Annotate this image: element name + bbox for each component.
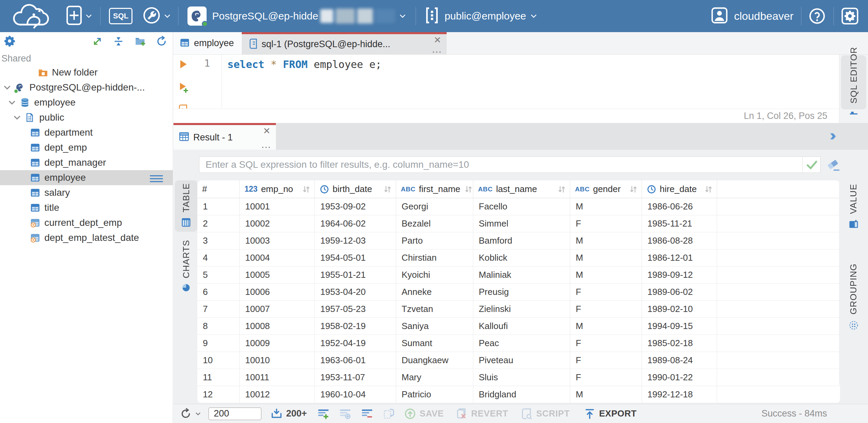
- data-cell[interactable]: 1955-01-21: [315, 267, 396, 283]
- tree-item-employee[interactable]: employee: [0, 95, 173, 110]
- tab-sql-editor-panel[interactable]: SQL EDITOR: [841, 55, 866, 109]
- data-cell[interactable]: 1986-08-28: [642, 232, 717, 249]
- item-menu-icon[interactable]: [150, 174, 163, 185]
- new-folder-icon[interactable]: [134, 36, 146, 49]
- delete-row-button[interactable]: [361, 408, 373, 420]
- data-cell[interactable]: Parto: [396, 232, 473, 249]
- data-cell[interactable]: 10009: [240, 335, 315, 352]
- tab-more-icon[interactable]: …: [432, 43, 442, 55]
- tree-item-dept-manager[interactable]: dept_manager: [0, 155, 173, 170]
- refresh-tree-icon[interactable]: [156, 36, 167, 49]
- revert-button[interactable]: REVERT: [456, 408, 508, 420]
- data-cell[interactable]: M: [570, 232, 642, 249]
- save-button[interactable]: SAVE: [404, 408, 444, 420]
- row-index-cell[interactable]: 6: [197, 284, 240, 300]
- data-cell[interactable]: Simmel: [473, 215, 570, 232]
- chevron-down-icon[interactable]: [3, 85, 15, 90]
- sql-editor-area[interactable]: select * FROM employee e;: [227, 55, 837, 109]
- tree-item-dept-emp-latest-date[interactable]: dept_emp_latest_date: [0, 230, 173, 245]
- sidebar-settings-icon[interactable]: [3, 35, 16, 49]
- sort-icon[interactable]: [302, 185, 311, 194]
- data-cell[interactable]: 1989-06-02: [642, 284, 717, 300]
- data-cell[interactable]: 1989-08-24: [642, 352, 717, 369]
- tree-item-employee[interactable]: employee: [0, 170, 173, 185]
- data-cell[interactable]: 1989-02-10: [642, 301, 717, 317]
- data-cell[interactable]: M: [570, 198, 642, 215]
- tree-item-new-folder[interactable]: New folder: [0, 65, 173, 80]
- sort-icon[interactable]: [383, 185, 392, 194]
- data-cell[interactable]: Peac: [473, 335, 570, 352]
- schema-selector[interactable]: public@employee: [424, 6, 537, 26]
- data-cell[interactable]: F: [570, 369, 642, 386]
- data-cell[interactable]: 10010: [240, 352, 315, 369]
- data-cell[interactable]: 1954-05-01: [315, 249, 396, 266]
- data-cell[interactable]: F: [570, 335, 642, 352]
- data-cell[interactable]: M: [570, 386, 642, 403]
- tab-more-icon[interactable]: …: [261, 139, 271, 150]
- new-connection-button[interactable]: [66, 5, 92, 27]
- data-cell[interactable]: M: [570, 318, 642, 335]
- index-column-header[interactable]: #: [197, 180, 240, 198]
- tab-employee[interactable]: employee: [173, 32, 242, 54]
- tree-item-postgresql-ep-hidden-[interactable]: PostgreSQL@ep-hidden-...: [0, 80, 173, 95]
- tree-item-department[interactable]: department: [0, 125, 173, 140]
- data-cell[interactable]: 1953-09-02: [315, 198, 396, 215]
- close-icon[interactable]: ✕: [263, 126, 270, 136]
- tree-item-dept-emp[interactable]: dept_emp: [0, 140, 173, 155]
- data-cell[interactable]: 1986-06-26: [642, 198, 717, 215]
- driver-manager-button[interactable]: [142, 6, 171, 26]
- apply-filter-button[interactable]: [802, 157, 820, 173]
- data-cell[interactable]: 1994-09-15: [642, 318, 717, 335]
- data-cell[interactable]: Chirstian: [396, 249, 473, 266]
- row-index-cell[interactable]: 10: [197, 352, 240, 369]
- collapse-all-icon[interactable]: [113, 36, 124, 49]
- data-cell[interactable]: 1960-10-04: [315, 386, 396, 403]
- data-cell[interactable]: Sluis: [473, 369, 570, 386]
- data-cell[interactable]: Piveteau: [473, 352, 570, 369]
- execute-new-tab-icon[interactable]: [178, 81, 189, 94]
- tab-value-panel[interactable]: VALUE: [839, 184, 868, 231]
- data-cell[interactable]: 1992-12-18: [642, 386, 717, 403]
- expand-panel-icon[interactable]: [828, 132, 837, 142]
- data-cell[interactable]: Anneke: [396, 284, 473, 300]
- data-cell[interactable]: Kyoichi: [396, 267, 473, 283]
- data-cell[interactable]: Bamford: [473, 232, 570, 249]
- data-cell[interactable]: 10012: [240, 386, 315, 403]
- data-cell[interactable]: 10004: [240, 249, 315, 266]
- data-cell[interactable]: Duangkaew: [396, 352, 473, 369]
- data-cell[interactable]: 1990-01-22: [642, 369, 717, 386]
- data-cell[interactable]: 1952-04-19: [315, 335, 396, 352]
- data-cell[interactable]: F: [570, 215, 642, 232]
- data-cell[interactable]: 1953-11-07: [315, 369, 396, 386]
- tree-item-title[interactable]: title: [0, 200, 173, 215]
- apply-changes-button[interactable]: [383, 408, 395, 420]
- data-cell[interactable]: 10006: [240, 284, 315, 300]
- connection-selector[interactable]: PostgreSQL@ep-hidde: [187, 6, 406, 26]
- sync-connections-icon[interactable]: [92, 36, 103, 49]
- data-cell[interactable]: 1985-02-18: [642, 335, 717, 352]
- column-header-first_name[interactable]: ABCfirst_name: [396, 180, 473, 198]
- data-cell[interactable]: Zielinski: [473, 301, 570, 317]
- data-cell[interactable]: Georgi: [396, 198, 473, 215]
- data-cell[interactable]: 1959-12-03: [315, 232, 396, 249]
- data-cell[interactable]: 10003: [240, 232, 315, 249]
- data-cell[interactable]: Facello: [473, 198, 570, 215]
- clear-filter-button[interactable]: [826, 158, 841, 174]
- data-cell[interactable]: Kalloufi: [473, 318, 570, 335]
- row-index-cell[interactable]: 7: [197, 301, 240, 317]
- data-cell[interactable]: Bezalel: [396, 215, 473, 232]
- column-header-hire_date[interactable]: hire_date: [642, 180, 717, 198]
- row-index-cell[interactable]: 11: [197, 369, 240, 386]
- export-button[interactable]: EXPORT: [584, 408, 637, 420]
- data-cell[interactable]: Koblick: [473, 249, 570, 266]
- data-cell[interactable]: Bridgland: [473, 386, 570, 403]
- data-cell[interactable]: 1958-02-19: [315, 318, 396, 335]
- data-cell[interactable]: 10008: [240, 318, 315, 335]
- sort-icon[interactable]: [557, 185, 566, 194]
- row-index-cell[interactable]: 4: [197, 249, 240, 266]
- tree-item-salary[interactable]: salary: [0, 185, 173, 200]
- refresh-result-button[interactable]: [180, 408, 201, 420]
- column-header-gender[interactable]: ABCgender: [570, 180, 642, 198]
- data-cell[interactable]: F: [570, 284, 642, 300]
- row-index-cell[interactable]: 8: [197, 318, 240, 335]
